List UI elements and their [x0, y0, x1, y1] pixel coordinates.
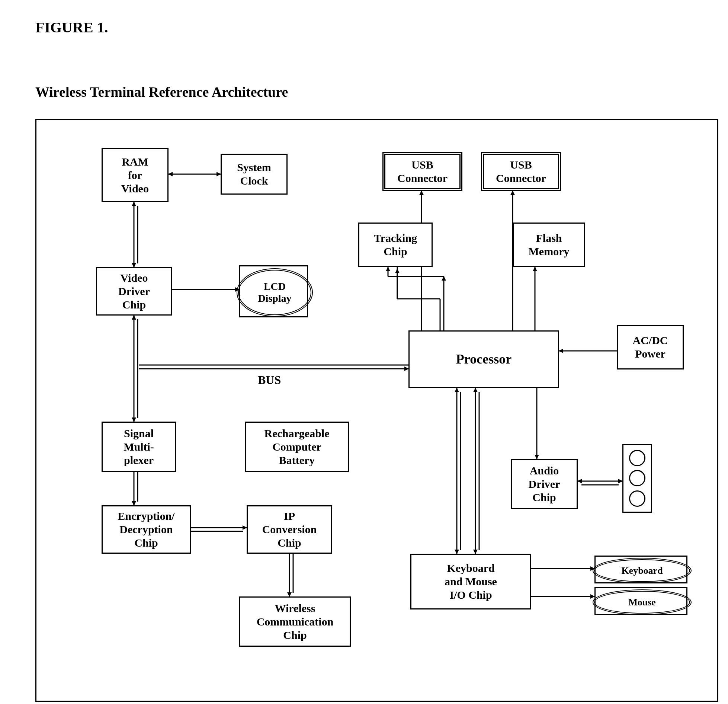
label-usb-1: USBConnector	[397, 158, 448, 185]
audio-jack-circle-icon	[629, 490, 645, 507]
label-acdc-power: AC/DCPower	[633, 334, 668, 361]
block-processor: Processor	[408, 330, 559, 388]
block-ip-conversion: IPConversionChip	[247, 505, 332, 554]
label-signal-mux: SignalMulti-plexer	[124, 427, 154, 467]
block-wireless-comm: WirelessCommunicationChip	[239, 596, 351, 647]
label-system-clock: SystemClock	[237, 161, 271, 188]
label-lcd-display: LCDDisplay	[258, 281, 291, 304]
bus-label: BUS	[258, 373, 281, 387]
block-flash-memory: FlashMemory	[513, 223, 585, 267]
figure-label: FIGURE 1.	[35, 19, 108, 36]
block-kb-mouse-io: Keyboardand MouseI/O Chip	[410, 554, 531, 609]
block-acdc-power: AC/DCPower	[617, 325, 684, 369]
block-system-clock: SystemClock	[221, 154, 288, 195]
block-usb-1: USBConnector	[382, 152, 462, 191]
block-battery: RechargeableComputerBattery	[245, 422, 349, 472]
label-audio-driver: AudioDriverChip	[529, 464, 560, 504]
label-video-driver: VideoDriverChip	[118, 271, 150, 311]
label-wireless-comm: WirelessCommunicationChip	[257, 602, 334, 642]
label-mouse: Mouse	[628, 597, 656, 608]
label-usb-2: USBConnector	[496, 158, 546, 185]
figure-title: Wireless Terminal Reference Architecture	[35, 84, 288, 100]
audio-jack-circle-icon	[629, 470, 645, 486]
audio-jack-circle-icon	[629, 450, 645, 466]
label-processor: Processor	[456, 351, 511, 367]
label-tracking-chip: TrackingChip	[374, 231, 417, 258]
block-keyboard: Keyboard	[594, 556, 687, 583]
label-battery: RechargeableComputerBattery	[264, 427, 330, 467]
block-tracking-chip: TrackingChip	[358, 223, 433, 267]
label-keyboard: Keyboard	[621, 565, 663, 576]
block-audio-jack	[622, 444, 652, 513]
block-mouse: Mouse	[594, 587, 687, 615]
block-video-driver: VideoDriverChip	[96, 267, 172, 316]
label-ip-conversion: IPConversionChip	[262, 509, 317, 550]
block-signal-mux: SignalMulti-plexer	[102, 422, 176, 472]
diagram-frame: RAMforVideo SystemClock USBConnector USB…	[35, 119, 718, 702]
label-kb-mouse-io: Keyboardand MouseI/O Chip	[445, 561, 497, 602]
block-lcd-display: LCDDisplay	[239, 265, 308, 317]
block-encryption: Encryption/DecryptionChip	[102, 505, 191, 554]
label-encryption: Encryption/DecryptionChip	[118, 509, 174, 550]
block-ram-video: RAMforVideo	[102, 148, 169, 202]
block-usb-2: USBConnector	[481, 152, 561, 191]
label-ram-video: RAMforVideo	[121, 155, 149, 195]
label-flash-memory: FlashMemory	[529, 231, 570, 258]
block-audio-driver: AudioDriverChip	[511, 459, 578, 509]
